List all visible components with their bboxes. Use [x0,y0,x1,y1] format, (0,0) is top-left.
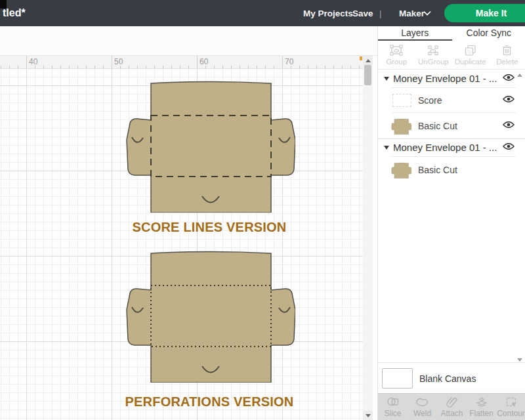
layer-group-header[interactable]: Money Envelope 01 - ... [378,71,525,87]
header-separator: | [379,9,382,18]
collapse-caret-icon[interactable] [384,77,389,81]
envelope-perforations-version[interactable] [124,247,295,383]
machine-select[interactable]: Maker [399,9,425,18]
tab-layers[interactable]: Layers [378,26,452,40]
slice-button[interactable]: Slice [378,394,408,420]
cricut-design-space-window: tled* My Projects Save | Maker Make It 0… [0,0,525,420]
contour-label: Contour [497,409,525,418]
collapse-caret-icon[interactable] [384,146,389,150]
duplicate-button[interactable]: Duplicate [452,41,489,69]
panel-scroll-down-arrow[interactable] [517,358,522,362]
visibility-eye-icon[interactable] [503,121,514,129]
blank-canvas-label: Blank Canvas [419,373,476,384]
edit-toolbar: 0 H 0 Rotate 0 Position X 0 Y 0 [0,26,377,56]
blank-canvas-swatch[interactable] [382,368,413,388]
ungroup-button[interactable]: UnGroup [415,41,452,69]
attach-label: Attach [440,409,463,418]
group-label: Group [386,58,407,66]
ungroup-icon [427,45,440,56]
ruler-tick-label: 40 [29,57,37,66]
layer-label[interactable]: Basic Cut [418,121,457,131]
flatten-label: Flatten [469,409,494,418]
layer-row-basic-cut[interactable]: Basic Cut [378,114,525,138]
design-canvas[interactable]: SCORE LINES VERSION PERFORATIONS VERSION [0,69,363,420]
score-layer-thumbnail [392,94,411,107]
contour-button[interactable]: Contour [496,394,525,420]
layer-group-title[interactable]: Money Envelope 01 - ... [393,73,497,84]
layer-label[interactable]: Basic Cut [418,165,457,175]
layer-group-header[interactable]: Money Envelope 01 - ... [378,140,525,156]
flatten-button[interactable]: Flatten [467,394,496,420]
panel-scroll-up-arrow[interactable] [517,74,522,77]
score-version-label[interactable]: SCORE LINES VERSION [105,220,314,235]
top-header-bar: tled* My Projects Save | Maker Make It [0,0,525,26]
scroll-up-arrow[interactable] [363,56,373,65]
row-divider [392,112,516,113]
visibility-eye-icon[interactable] [503,74,514,81]
visibility-eye-icon[interactable] [503,142,514,150]
layer-row-score[interactable]: Score [378,89,525,112]
canvas-scrollbar[interactable] [363,56,373,420]
trash-icon [502,45,512,56]
slice-icon [387,396,400,408]
duplicate-label: Duplicate [455,58,486,66]
chevron-down-icon[interactable] [423,10,431,16]
duplicate-icon [465,45,476,56]
flatten-icon [475,396,488,408]
delete-button[interactable]: Delete [489,41,525,69]
section-divider [378,362,525,363]
scrollbar-thumb[interactable] [364,65,371,85]
visibility-eye-icon[interactable] [503,95,514,103]
weld-icon [416,396,429,408]
save-link[interactable]: Save [352,9,373,18]
delete-label: Delete [496,58,518,66]
make-it-button[interactable]: Make It [444,4,525,22]
perforations-version-label[interactable]: PERFORATIONS VERSION [105,394,314,410]
ruler-tick-label: 50 [114,57,123,66]
project-title: tled* [3,7,26,19]
layer-label[interactable]: Score [418,95,442,106]
paperclip-icon [446,396,458,408]
ruler-position-indicator [360,56,362,60]
layers-toolbar: Group UnGroup Duplicate Delete [378,41,525,70]
ruler-tick-label: 60 [200,57,208,66]
boolean-tools-toolbar: Slice Weld Attach Flatten [378,393,525,420]
layer-group-title[interactable]: Money Envelope 01 - ... [393,142,497,153]
horizontal-ruler: 40 50 60 70 [0,56,363,69]
contour-icon [505,396,517,408]
my-projects-link[interactable]: My Projects [303,9,353,18]
panel-tabs: Layers Color Sync [378,26,525,40]
basic-cut-thumbnail [391,162,411,178]
layers-panel: Layers Color Sync Group UnGroup [377,26,525,420]
ungroup-label: UnGroup [418,58,449,66]
basic-cut-thumbnail [391,118,411,135]
group-icon [390,45,403,56]
attach-button[interactable]: Attach [437,394,467,420]
group-button[interactable]: Group [378,41,415,69]
tab-color-sync[interactable]: Color Sync [452,26,525,40]
row-divider [391,156,516,157]
slice-label: Slice [384,409,401,418]
weld-label: Weld [413,409,431,418]
envelope-score-version[interactable] [124,77,295,213]
ruler-tick-label: 70 [285,57,293,66]
row-divider [391,87,516,88]
weld-button[interactable]: Weld [408,394,437,420]
scroll-down-arrow[interactable] [363,411,373,420]
group-divider [378,138,525,139]
layer-row-basic-cut[interactable]: Basic Cut [378,158,525,182]
